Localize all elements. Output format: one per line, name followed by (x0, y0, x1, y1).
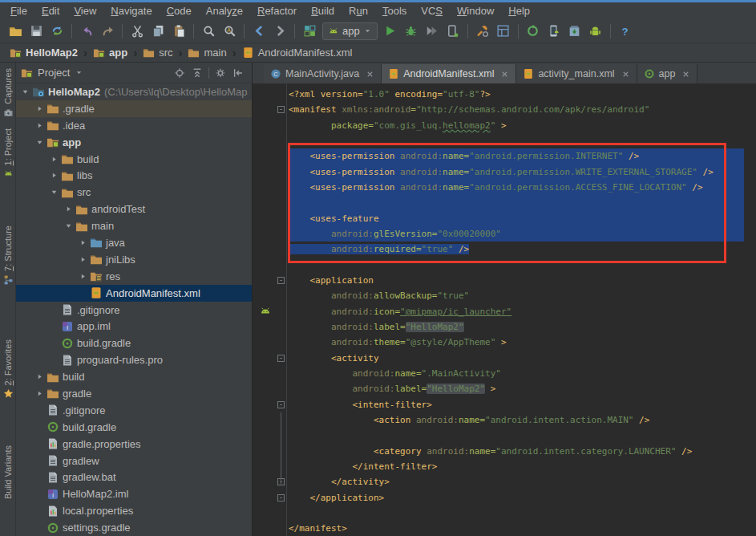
tree-item-gradle[interactable]: gradle (16, 385, 252, 402)
tree-item-build[interactable]: build (16, 151, 252, 168)
breadcrumb-item-androidmanifest-xml[interactable]: AndroidManifest.xml (239, 47, 356, 59)
tool-window-button-build-variants[interactable]: Build Variants (0, 445, 16, 499)
code-line[interactable]: <?xml version="1.0" encoding="utf-8"?> (289, 87, 756, 102)
forward-button[interactable] (269, 22, 290, 41)
fold-toggle-icon[interactable]: - (277, 494, 285, 501)
code-editor[interactable]: ------ <?xml version="1.0" encoding="utf… (253, 83, 756, 536)
tab-androidmanifest-xml[interactable]: AndroidManifest.xml (382, 64, 516, 83)
collapse-all-button[interactable] (188, 65, 206, 81)
expand-arrow-icon[interactable] (34, 388, 46, 400)
code-line[interactable]: </application> (289, 490, 756, 506)
tree-item-build-gradle[interactable]: build.gradle (16, 335, 252, 351)
breadcrumb-item-app[interactable]: app (90, 47, 131, 59)
breadcrumb-item-hellomap2[interactable]: HelloMap2 (6, 47, 81, 59)
collapse-arrow-icon[interactable] (48, 186, 60, 198)
expand-arrow-icon[interactable] (77, 254, 89, 266)
menu-run[interactable]: Run (342, 3, 375, 18)
tree-item-main[interactable]: main (16, 217, 252, 234)
tree-item-build-gradle[interactable]: build.gradle (16, 419, 252, 436)
menu-file[interactable]: File (3, 3, 34, 18)
open-folder-button[interactable] (5, 22, 26, 41)
tree-item-androidmanifest-xml[interactable]: AndroidManifest.xml (16, 285, 252, 302)
code-line[interactable]: </activity> (289, 474, 756, 489)
code-line[interactable]: <uses-permission android:name="android.p… (289, 180, 756, 195)
code-line[interactable]: <category android:name="android.intent.c… (289, 444, 756, 459)
collapse-arrow-icon[interactable] (19, 86, 31, 98)
tree-item-gradle[interactable]: .gradle (16, 100, 252, 117)
breadcrumb-item-src[interactable]: src (139, 47, 176, 59)
tree-item-gitignore[interactable]: .gitignore (16, 402, 252, 419)
code-line[interactable]: <action android:name="android.intent.act… (289, 412, 756, 428)
fold-toggle-icon[interactable]: - (277, 106, 285, 113)
collapse-arrow-icon[interactable] (34, 136, 46, 148)
gear-button[interactable] (212, 65, 229, 81)
code-line[interactable]: <manifest xmlns:android="http://schemas.… (289, 102, 756, 117)
collapse-arrow-icon[interactable] (63, 220, 75, 232)
code-line[interactable]: android:allowBackup="true" (289, 288, 756, 303)
help-button[interactable]: ? (615, 22, 636, 41)
tree-item-gradle-properties[interactable]: gradle.properties (16, 436, 252, 453)
back-button[interactable] (249, 22, 269, 41)
run-button[interactable] (380, 22, 401, 41)
code-line[interactable]: <activity (289, 351, 756, 366)
code-line[interactable] (289, 428, 756, 443)
code-line[interactable]: </intent-filter> (289, 459, 756, 474)
expand-arrow-icon[interactable] (63, 203, 75, 215)
menu-view[interactable]: View (67, 3, 103, 18)
redo-button[interactable] (97, 22, 118, 41)
menu-window[interactable]: Window (450, 3, 501, 18)
menu-vcs[interactable]: VCS (414, 3, 450, 18)
menu-refactor[interactable]: Refactor (250, 3, 304, 18)
code-line[interactable]: android:label="HelloMap2" (289, 319, 756, 335)
tree-item-proguard-rules-pro[interactable]: proguard-rules.pro (16, 351, 252, 368)
tool-window-button-1-project[interactable]: 1: Project (0, 128, 16, 179)
tool-window-button-2-favorites[interactable]: 2: Favorites (0, 339, 16, 399)
fold-toggle-icon[interactable]: - (277, 277, 285, 284)
fold-toggle-icon[interactable]: - (277, 401, 285, 408)
locate-button[interactable] (171, 65, 188, 81)
vcs-changes-button[interactable] (299, 22, 320, 41)
run-configuration-selector[interactable]: app (322, 22, 378, 40)
undo-button[interactable] (76, 22, 97, 41)
tree-item-jnilibs[interactable]: jniLibs (16, 251, 252, 268)
tree-item-hellomap2[interactable]: HelloMap2(C:\Users\lq\Desktop\HelloMap (16, 83, 252, 100)
close-icon[interactable] (621, 70, 630, 79)
menu-edit[interactable]: Edit (34, 3, 67, 18)
code-line[interactable]: <uses-permission android:name="android.p… (289, 164, 756, 180)
code-area[interactable]: <?xml version="1.0" encoding="utf-8"?><m… (289, 87, 756, 536)
save-all-button[interactable] (26, 22, 46, 41)
tree-item-gradlew[interactable]: gradlew (16, 453, 252, 469)
find-button[interactable] (198, 22, 219, 41)
code-line[interactable] (289, 133, 756, 148)
tree-item-gradlew-bat[interactable]: gradlew.bat (16, 469, 252, 485)
code-line[interactable]: android:glEsVersion="0x00020000" (289, 226, 756, 242)
coverage-button[interactable] (422, 22, 443, 41)
tree-item-app-iml[interactable]: Iapp.iml (16, 318, 252, 335)
code-line[interactable] (289, 258, 756, 273)
code-line[interactable]: package="com.gis_luq.hellomap2" > (289, 118, 756, 133)
code-line[interactable]: <application (289, 273, 756, 288)
tree-item-androidtest[interactable]: androidTest (16, 201, 252, 217)
tool-window-button-captures[interactable]: Captures (0, 68, 16, 118)
tab-activity-main-xml[interactable]: activity_main.xml (516, 64, 637, 83)
code-line[interactable] (289, 506, 756, 521)
tab-mainactivity-java[interactable]: CMainActivity.java (264, 64, 382, 83)
code-line[interactable] (289, 195, 756, 210)
close-icon[interactable] (366, 70, 374, 79)
project-view-selector[interactable]: Project (21, 67, 171, 79)
tree-item-java[interactable]: java (16, 234, 252, 251)
settings-wrench-button[interactable] (472, 22, 493, 41)
cut-button[interactable] (127, 22, 148, 41)
tree-item-idea[interactable]: .idea (16, 117, 252, 134)
debug-button[interactable] (401, 22, 422, 41)
tree-item-app[interactable]: app (16, 134, 252, 151)
tree-item-settings-gradle[interactable]: settings.gradle (16, 519, 252, 536)
device-monitor-button[interactable] (585, 22, 606, 41)
expand-arrow-icon[interactable] (34, 120, 46, 132)
attach-debugger-button[interactable] (443, 22, 463, 41)
project-structure-button[interactable] (493, 22, 514, 41)
tool-window-button-7-structure[interactable]: 7: Structure (0, 225, 16, 285)
menu-code[interactable]: Code (160, 3, 199, 18)
expand-arrow-icon[interactable] (48, 169, 60, 181)
copy-button[interactable] (148, 22, 168, 41)
